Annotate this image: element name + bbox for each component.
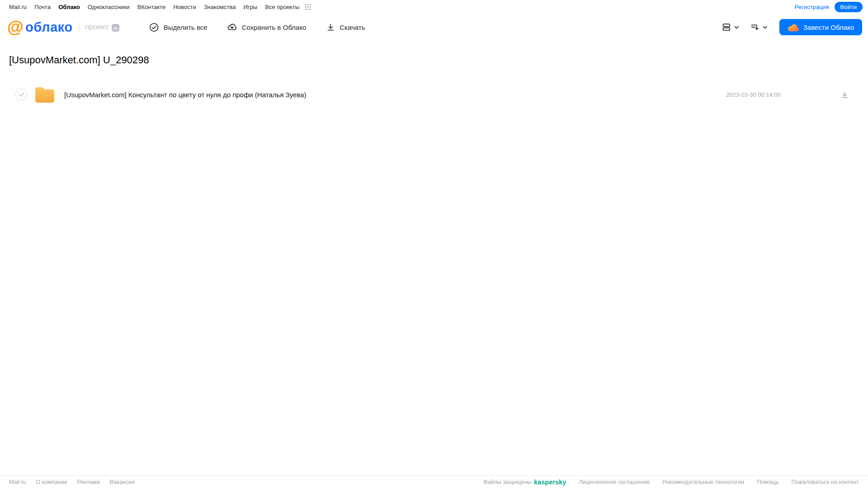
check-icon <box>19 92 24 97</box>
nav-link-odnoklassniki[interactable]: Одноклассники <box>88 4 130 10</box>
footer-link-jobs[interactable]: Вакансии <box>110 479 135 485</box>
nav-link-dating[interactable]: Знакомства <box>204 4 236 10</box>
header-right-controls: Завести Облако <box>720 19 862 35</box>
login-button[interactable]: Войти <box>835 2 863 12</box>
row-download-button[interactable] <box>839 89 851 101</box>
page-footer: Mail.ru О компании Реклама Вакансии Файл… <box>0 475 868 488</box>
nav-link-mailru[interactable]: Mail.ru <box>9 4 27 10</box>
kaspersky-logo[interactable]: kaspersky <box>534 479 566 486</box>
cloud-logo-text: облако <box>25 20 72 35</box>
save-to-cloud-label: Сохранить в Облако <box>242 24 306 31</box>
page-title: [UsupovMarket.com] U_290298 <box>9 54 859 66</box>
vk-badge-icon: vk <box>112 24 119 32</box>
save-to-cloud-button[interactable]: Сохранить в Облако <box>227 22 306 32</box>
nav-link-cloud[interactable]: Облако <box>58 4 80 10</box>
row-checkbox[interactable] <box>15 89 27 100</box>
apps-grid-icon[interactable] <box>304 4 311 10</box>
portal-links: Mail.ru Почта Облако Одноклассники ВКонт… <box>9 4 311 10</box>
nav-link-games[interactable]: Игры <box>243 4 257 10</box>
registration-link[interactable]: Регистрация <box>795 4 829 10</box>
svg-text:vk: vk <box>114 26 118 30</box>
cloud-icon <box>787 23 799 32</box>
sort-icon <box>750 22 760 32</box>
file-date: 2023-10-30 00:14:00 <box>726 91 781 98</box>
create-cloud-button[interactable]: Завести Облако <box>779 19 862 35</box>
files-protected-label: Файлы защищены <box>483 479 531 485</box>
view-mode-button[interactable] <box>720 20 742 34</box>
sort-button[interactable] <box>748 20 770 34</box>
nav-link-mail[interactable]: Почта <box>34 4 51 10</box>
footer-right-links: Файлы защищены kaspersky Лицензионное со… <box>483 479 859 486</box>
auth-area: Регистрация Войти <box>795 2 863 12</box>
file-row[interactable]: [UsupovMarket.com] Консультант по цвету … <box>9 85 859 104</box>
footer-link-ads[interactable]: Реклама <box>77 479 100 485</box>
list-view-icon <box>721 22 731 32</box>
nav-link-news[interactable]: Новости <box>173 4 196 10</box>
footer-link-help[interactable]: Помощь <box>757 479 778 485</box>
project-label: проект <box>85 23 109 32</box>
footer-link-mailru[interactable]: Mail.ru <box>9 479 26 485</box>
nav-link-all-projects[interactable]: Все проекты <box>265 4 299 10</box>
file-actions-toolbar: Выделить все Сохранить в Облако Скачать <box>149 22 365 32</box>
footer-left-links: Mail.ru О компании Реклама Вакансии <box>9 479 135 485</box>
select-all-button[interactable]: Выделить все <box>149 23 207 32</box>
download-label: Скачать <box>340 24 365 31</box>
mailru-at-icon: @ <box>7 19 24 35</box>
download-icon <box>840 90 849 99</box>
select-all-label: Выделить все <box>163 24 207 31</box>
portal-navbar: Mail.ru Почта Облако Одноклассники ВКонт… <box>0 0 868 14</box>
footer-link-report-content[interactable]: Пожаловаться на контент <box>792 479 859 485</box>
file-name-link[interactable]: [UsupovMarket.com] Консультант по цвету … <box>64 91 306 99</box>
create-cloud-label: Завести Облако <box>803 24 854 31</box>
cloud-header: @ облако проект vk Выделить все <box>0 14 868 41</box>
footer-link-license[interactable]: Лицензионное соглашение <box>579 479 650 485</box>
footer-link-about[interactable]: О компании <box>36 479 67 485</box>
nav-link-vkontakte[interactable]: ВКонтакте <box>138 4 166 10</box>
footer-link-recommendation-tech[interactable]: Рекомендательные технологии <box>662 479 744 485</box>
kaspersky-protection: Файлы защищены kaspersky <box>483 479 566 486</box>
shared-folder-view: [UsupovMarket.com] U_290298 [UsupovMarke… <box>0 41 868 104</box>
chevron-down-icon <box>733 24 740 31</box>
download-icon <box>326 23 335 32</box>
folder-icon <box>34 86 55 103</box>
chevron-down-icon <box>762 24 768 31</box>
cloud-logo[interactable]: @ облако проект vk <box>7 19 119 36</box>
download-button[interactable]: Скачать <box>326 23 365 32</box>
cloud-upload-icon <box>227 22 237 32</box>
check-circle-icon <box>149 23 159 32</box>
logo-divider <box>79 22 79 32</box>
